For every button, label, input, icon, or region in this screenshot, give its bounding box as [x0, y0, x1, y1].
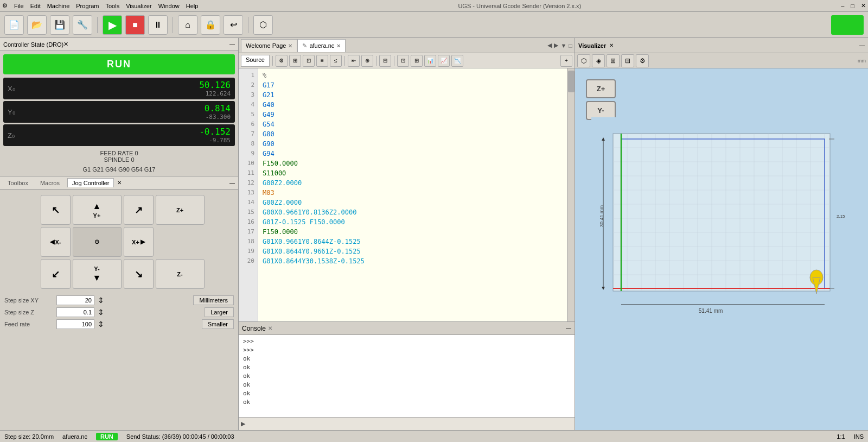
source-btn-7[interactable]: ⊕	[361, 55, 373, 67]
window-close[interactable]: ✕	[861, 2, 866, 9]
settings-button[interactable]: 🔧	[73, 15, 92, 35]
step-spinner-z[interactable]: ⇕	[98, 308, 104, 317]
menu-visualizer[interactable]: Visualizer	[126, 3, 152, 9]
vis-content[interactable]: Z+ Y-	[575, 68, 868, 430]
step-xy-input[interactable]	[56, 295, 94, 305]
source-btn-6[interactable]: ⇤	[348, 55, 360, 67]
jog-z-plus[interactable]: Z+	[156, 195, 205, 225]
jog-minimize[interactable]: —	[229, 180, 235, 186]
step-spinner-xy[interactable]: ⇕	[98, 296, 104, 305]
dro-close[interactable]: ✕	[63, 41, 68, 48]
dro-x-secondary: 122.624	[206, 90, 231, 97]
dro-z-primary: -0.152	[199, 127, 231, 137]
vis-top-btn[interactable]: ⊞	[607, 54, 620, 67]
scrollbar-thumb[interactable]	[568, 71, 575, 92]
menu-edit[interactable]: Edit	[30, 3, 41, 9]
stop-button[interactable]: ■	[125, 15, 145, 35]
source-btn-11[interactable]: 📊	[424, 55, 436, 67]
tab-welcome-page[interactable]: Welcome Page ✕	[241, 39, 297, 52]
menu-machine[interactable]: Machine	[47, 3, 70, 9]
tab-jog-controller[interactable]: Jog Controller	[67, 178, 114, 187]
home-button[interactable]: ⌂	[178, 15, 197, 35]
afuera-tab-close[interactable]: ✕	[336, 43, 341, 49]
code-line: M03	[263, 188, 570, 198]
jog-diag-tl[interactable]: ↖	[41, 195, 71, 225]
code-line: G94	[263, 149, 570, 159]
menu-window[interactable]: Window	[158, 3, 180, 9]
menu-help[interactable]: Help	[186, 3, 199, 9]
console-line: ok	[243, 372, 570, 381]
vis-z-plus-btn[interactable]: Z+	[586, 79, 616, 98]
save-button[interactable]: 💾	[50, 15, 69, 35]
dro-minimize[interactable]: —	[229, 41, 235, 47]
tab-nav-dropdown[interactable]: ▼	[560, 42, 566, 49]
tab-macros[interactable]: Macros	[36, 179, 64, 187]
tab-maximize[interactable]: □	[569, 42, 572, 49]
source-btn-3[interactable]: ⊡	[303, 55, 315, 67]
scrollbar-vertical[interactable]	[567, 68, 575, 321]
pause-button[interactable]: ⏸	[148, 15, 168, 35]
console-minimize[interactable]: —	[566, 325, 571, 331]
source-btn-8[interactable]: ⊟	[379, 55, 391, 67]
statusbar-filename: afuera.nc	[62, 433, 87, 440]
jog-diag-tr[interactable]: ↗	[124, 195, 154, 225]
source-btn-10[interactable]: ⊞	[411, 55, 423, 67]
console-line: >>>	[243, 346, 570, 355]
lock-button[interactable]: 🔒	[201, 15, 220, 35]
jog-center[interactable]: ⊙	[73, 227, 122, 257]
source-btn-5[interactable]: ≤	[330, 55, 342, 67]
console-input[interactable]	[247, 420, 572, 427]
jog-diag-br[interactable]: ↘	[124, 259, 154, 289]
vis-3d-btn[interactable]: ⬡	[577, 54, 590, 67]
tab-nav-prev[interactable]: ◀	[547, 42, 552, 49]
menu-file[interactable]: File	[14, 3, 24, 9]
jog-y-minus[interactable]: Y- ▼	[73, 259, 122, 289]
vis-settings-btn[interactable]: ⚙	[636, 54, 649, 67]
feed-rate-row: Feed rate ⇕ Smaller	[0, 318, 238, 330]
jog-z-minus[interactable]: Z-	[156, 259, 205, 289]
source-tab[interactable]: Source	[241, 55, 270, 67]
line-number: 3	[242, 90, 254, 100]
source-btn-12[interactable]: 📈	[438, 55, 450, 67]
smaller-btn[interactable]: Smaller	[202, 319, 234, 329]
tab-nav-next[interactable]: ▶	[554, 42, 558, 49]
console-close[interactable]: ✕	[268, 325, 272, 331]
source-btn-4[interactable]: ≡	[316, 55, 328, 67]
larger-btn[interactable]: Larger	[205, 307, 234, 317]
vis-minimize[interactable]: —	[859, 42, 865, 48]
window-maximize[interactable]: □	[851, 3, 854, 9]
reset-button[interactable]: ↩	[224, 15, 243, 35]
console-line: ok	[243, 389, 570, 398]
open-button[interactable]: 📂	[27, 15, 47, 35]
run-button[interactable]: ▶	[103, 15, 122, 35]
code-editor[interactable]: 1234567891011121314151617181920 %G17G21G…	[239, 68, 575, 321]
vis-iso-btn[interactable]: ◈	[592, 54, 605, 67]
vis-close[interactable]: ✕	[609, 42, 614, 48]
millimeters-btn[interactable]: Millimeters	[193, 295, 234, 305]
jog-close[interactable]: ✕	[117, 180, 122, 186]
new-button[interactable]: 📄	[4, 15, 24, 35]
source-btn-1[interactable]: ⚙	[276, 55, 288, 67]
jog-x-plus[interactable]: X+▶	[124, 227, 154, 257]
source-btn-2[interactable]: ⊞	[289, 55, 301, 67]
run-status-badge[interactable]: RUN	[96, 433, 118, 440]
vis-front-btn[interactable]: ⊟	[621, 54, 634, 67]
tab-toolbox[interactable]: Toolbox	[3, 179, 33, 187]
run-status-btn[interactable]: RUN	[3, 54, 235, 74]
feed-spinner[interactable]: ⇕	[98, 320, 104, 329]
feed-rate-label: Feed rate	[4, 321, 53, 327]
feed-rate-input[interactable]	[56, 319, 94, 329]
jog-y-plus[interactable]: ▲ Y+	[73, 195, 122, 225]
jog-diag-bl[interactable]: ↙	[41, 259, 71, 289]
jog-x-minus[interactable]: ◀X-	[41, 227, 71, 257]
step-z-input[interactable]	[56, 307, 94, 317]
welcome-tab-close[interactable]: ✕	[288, 43, 292, 49]
source-btn-9[interactable]: ⊡	[397, 55, 409, 67]
send-button[interactable]: ⬡	[253, 15, 273, 35]
tab-afuera-nc[interactable]: ✎ afuera.nc ✕	[297, 39, 346, 52]
source-add-btn[interactable]: +	[560, 55, 572, 67]
menu-tools[interactable]: Tools	[105, 3, 119, 9]
source-btn-13[interactable]: 📉	[451, 55, 463, 67]
menu-program[interactable]: Program	[76, 3, 99, 9]
window-minimize[interactable]: –	[841, 3, 844, 9]
